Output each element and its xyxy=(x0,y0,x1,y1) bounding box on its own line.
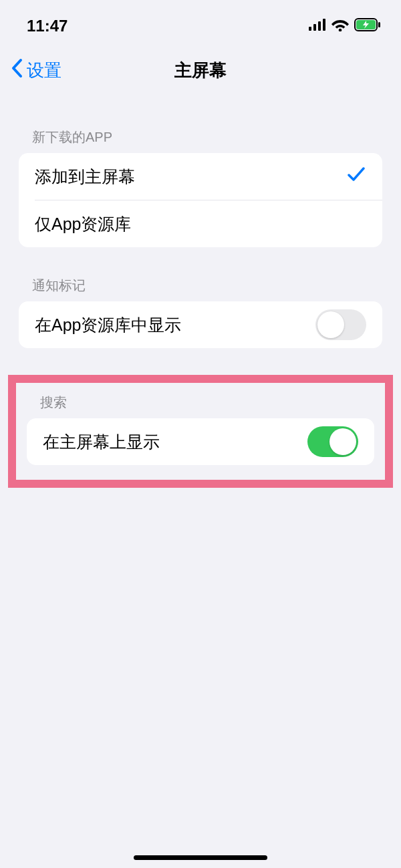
badges-group: 在App资源库中显示 xyxy=(19,301,382,348)
svg-rect-1 xyxy=(313,24,316,31)
toggle-app-library-badges[interactable] xyxy=(315,309,366,340)
section-header-badges: 通知标记 xyxy=(0,277,401,301)
home-indicator xyxy=(134,855,267,860)
option-label: 仅App资源库 xyxy=(35,213,131,235)
toggle-knob xyxy=(329,428,356,455)
wifi-icon xyxy=(331,18,349,34)
svg-rect-7 xyxy=(378,22,380,27)
toggle-show-on-home[interactable] xyxy=(307,426,358,457)
svg-rect-3 xyxy=(323,19,325,31)
svg-rect-0 xyxy=(309,27,311,31)
new-apps-group: 添加到主屏幕 仅App资源库 xyxy=(19,153,382,247)
status-icons xyxy=(309,18,381,34)
svg-point-4 xyxy=(339,29,342,31)
page-title: 主屏幕 xyxy=(174,59,227,82)
highlight-box: 搜索 在主屏幕上显示 xyxy=(8,375,393,488)
option-label: 添加到主屏幕 xyxy=(35,166,135,188)
status-time: 11:47 xyxy=(27,17,68,35)
back-label: 设置 xyxy=(27,59,61,82)
option-app-library-only[interactable]: 仅App资源库 xyxy=(19,200,382,247)
search-group: 在主屏幕上显示 xyxy=(27,418,374,465)
svg-rect-2 xyxy=(318,21,321,31)
section-header-search: 搜索 xyxy=(16,394,385,418)
cellular-icon xyxy=(309,19,326,33)
status-bar: 11:47 xyxy=(0,0,401,40)
highlighted-section: 搜索 在主屏幕上显示 xyxy=(0,367,401,496)
row-label: 在主屏幕上显示 xyxy=(43,431,160,453)
option-add-to-home[interactable]: 添加到主屏幕 xyxy=(19,153,382,200)
row-show-in-app-library: 在App资源库中显示 xyxy=(19,301,382,348)
toggle-knob xyxy=(317,311,344,338)
section-header-new-apps: 新下载的APP xyxy=(0,128,401,153)
battery-charging-icon xyxy=(354,18,381,34)
checkmark-icon xyxy=(346,164,366,188)
chevron-left-icon xyxy=(11,58,24,83)
row-label: 在App资源库中显示 xyxy=(35,314,181,336)
back-button[interactable]: 设置 xyxy=(11,58,61,83)
row-show-on-home: 在主屏幕上显示 xyxy=(27,418,374,465)
nav-bar: 设置 主屏幕 xyxy=(0,47,401,94)
